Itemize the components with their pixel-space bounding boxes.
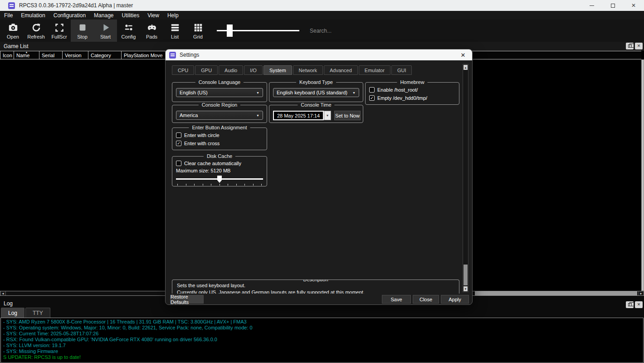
minimize-button[interactable]: [581, 0, 602, 11]
maximize-button[interactable]: [602, 0, 623, 11]
fullscreen-button[interactable]: FullScr: [48, 20, 71, 42]
tab-system[interactable]: System: [263, 65, 292, 75]
slider-tick: [253, 184, 254, 186]
console-region-dropdown[interactable]: America ▼: [176, 111, 263, 120]
log-line: - SYS: Current Time: 2025-05-28T17:07:26: [3, 331, 641, 337]
tab-io[interactable]: I/O: [244, 65, 263, 75]
horizontal-scrollbar-thumb[interactable]: [475, 291, 637, 295]
icon-size-slider[interactable]: [217, 20, 299, 42]
open-button[interactable]: Open: [1, 20, 24, 42]
checkbox-unchecked-icon: [176, 161, 181, 166]
list-view-label: List: [171, 34, 179, 39]
game-list-vertical-scrollbar[interactable]: [641, 59, 644, 291]
close-icon: ✕: [637, 303, 641, 307]
chevron-down-icon: ▼: [256, 91, 259, 94]
toolbar: Open Refresh FullScr Stop: [0, 20, 644, 42]
column-header-icon[interactable]: Icon: [0, 51, 14, 59]
enter-button-assignment-label: Enter Button Assignment: [189, 125, 250, 131]
column-header-serial[interactable]: Serial: [39, 51, 63, 59]
tab-tty[interactable]: TTY: [25, 308, 50, 318]
slider-tick: [186, 184, 186, 186]
tab-gui[interactable]: GUI: [391, 65, 412, 75]
menu-file[interactable]: File: [0, 11, 17, 20]
scroll-left-icon: ◄: [2, 292, 5, 295]
checkbox-checked-icon: ✓: [369, 95, 375, 101]
scroll-right-button[interactable]: ►: [638, 291, 644, 295]
save-button[interactable]: Save: [382, 295, 411, 304]
game-list-close-button[interactable]: ✕: [635, 43, 643, 49]
stop-button[interactable]: Stop: [71, 20, 94, 42]
column-header-name[interactable]: ▲ Name: [14, 51, 39, 59]
log-float-button[interactable]: [626, 301, 634, 308]
scroll-left-button[interactable]: ◄: [0, 291, 6, 295]
slider-tick: [220, 184, 220, 186]
settings-dialog-icon: [169, 52, 176, 59]
close-dialog-button[interactable]: Close: [413, 295, 439, 304]
menu-manage[interactable]: Manage: [90, 11, 117, 20]
set-to-now-button[interactable]: Set to Now: [334, 111, 361, 120]
refresh-button[interactable]: Refresh: [24, 20, 48, 42]
search-input[interactable]: Search...: [310, 20, 332, 42]
rpcs3-window: RPCS3 0.0.36-17972-2d9a24d1 Alpha | mast…: [0, 0, 644, 363]
keyboard-type-dropdown[interactable]: English keyboard (US standard) ▼: [273, 88, 359, 97]
console-time-label: Console Time: [298, 102, 334, 108]
close-button[interactable]: ✕: [623, 0, 644, 11]
game-list-title: Game List: [4, 43, 29, 49]
enter-with-cross-checkbox[interactable]: ✓ Enter with cross: [176, 140, 220, 147]
empty-dev-hdd0-tmp-checkbox[interactable]: ✓ Empty /dev_hdd0/tmp/: [369, 95, 427, 101]
scroll-up-button[interactable]: ▲: [463, 65, 468, 70]
scroll-down-button[interactable]: ▼: [463, 286, 468, 291]
settings-vertical-scrollbar[interactable]: ▲ ▼: [463, 64, 468, 292]
chevron-down-icon: ▾: [327, 113, 328, 118]
close-icon: ✕: [461, 52, 466, 59]
menu-help[interactable]: Help: [163, 11, 183, 20]
close-icon: ✕: [637, 44, 641, 48]
menu-emulation[interactable]: Emulation: [17, 11, 49, 20]
disk-cache-slider-handle[interactable]: [217, 176, 222, 183]
console-time-input[interactable]: 28 May 2025 17:14: [273, 111, 324, 120]
stop-icon: [78, 22, 88, 33]
restore-defaults-button[interactable]: Restore Defaults: [170, 295, 204, 304]
tab-network[interactable]: Network: [293, 65, 323, 75]
scroll-right-icon: ►: [640, 292, 643, 295]
log-output[interactable]: - SYS: AMD Ryzen 7 5800X 8-Core Processo…: [0, 318, 644, 363]
settings-dialog-titlebar[interactable]: Settings ✕: [166, 49, 472, 60]
enable-host-root-checkbox[interactable]: Enable /host_root/: [369, 87, 418, 93]
menu-view[interactable]: View: [143, 11, 163, 20]
tab-log[interactable]: Log: [1, 308, 24, 318]
tab-cpu[interactable]: CPU: [172, 65, 194, 75]
slider-tick: [244, 184, 245, 186]
column-header-playstation-move[interactable]: PlayStation Move: [121, 51, 166, 59]
console-time-dropdown-button[interactable]: ▾: [324, 111, 331, 120]
menu-utilities[interactable]: Utilities: [117, 11, 143, 20]
list-view-button[interactable]: List: [163, 20, 186, 42]
settings-scrollbar-thumb[interactable]: [463, 265, 468, 285]
apply-button[interactable]: Apply: [441, 295, 469, 304]
clear-cache-checkbox[interactable]: Clear cache automatically: [176, 160, 241, 167]
tab-audio[interactable]: Audio: [219, 65, 243, 75]
column-header-version[interactable]: Version: [62, 51, 88, 59]
log-line: - SYS: Operating system: Windows, Major:…: [3, 325, 641, 331]
tab-gpu[interactable]: GPU: [195, 65, 218, 75]
config-icon: [124, 22, 134, 33]
console-language-dropdown[interactable]: English (US) ▼: [176, 88, 263, 97]
log-close-button[interactable]: ✕: [635, 301, 643, 308]
grid-view-button[interactable]: Grid: [186, 20, 210, 42]
game-list-float-button[interactable]: [626, 43, 634, 49]
enter-with-circle-checkbox[interactable]: Enter with circle: [176, 132, 220, 138]
slider-tick: [194, 184, 195, 186]
settings-tabbar: CPU GPU Audio I/O System Network Advance…: [172, 65, 412, 75]
icon-size-slider-handle[interactable]: [227, 25, 233, 37]
slider-tick: [228, 184, 228, 186]
settings-dialog: Settings ✕ CPU GPU Audio I/O System Netw…: [165, 49, 473, 305]
config-button[interactable]: Config: [117, 20, 140, 42]
settings-close-button[interactable]: ✕: [456, 49, 470, 60]
pads-button[interactable]: Pads: [140, 20, 163, 42]
fullscreen-icon: [55, 22, 64, 33]
menu-configuration[interactable]: Configuration: [49, 11, 90, 20]
tab-emulator[interactable]: Emulator: [359, 65, 390, 75]
start-button[interactable]: Start: [94, 20, 117, 42]
tab-advanced[interactable]: Advanced: [324, 65, 358, 75]
start-icon: [101, 22, 111, 33]
column-header-category[interactable]: Category: [88, 51, 122, 59]
